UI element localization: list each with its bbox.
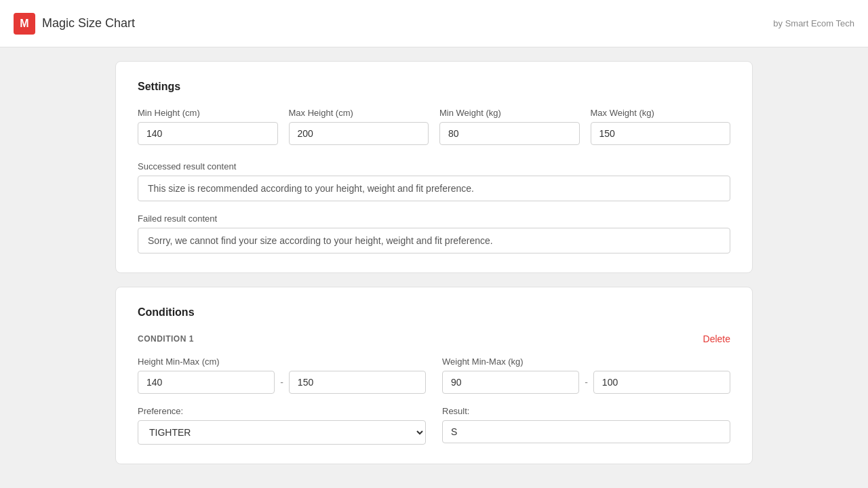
failed-label: Failed result content (138, 214, 730, 224)
failed-input[interactable] (138, 228, 730, 253)
success-label: Successed result content (138, 161, 730, 171)
result-input[interactable] (442, 420, 730, 443)
condition-range-row: Height Min-Max (cm) - Weight Min-Max (kg… (138, 357, 730, 394)
max-height-label: Max Height (cm) (289, 108, 429, 118)
success-field-group: Successed result content (138, 161, 730, 201)
preference-label: Preference: (138, 406, 426, 416)
weight-range-separator: - (585, 377, 588, 388)
weight-range-label: Weight Min-Max (kg) (442, 357, 730, 367)
height-min-input[interactable] (138, 371, 275, 394)
preference-group: Preference: TIGHTER REGULAR LOOSER (138, 406, 426, 445)
weight-min-input[interactable] (442, 371, 579, 394)
min-height-label: Min Height (cm) (138, 108, 278, 118)
min-weight-label: Min Weight (kg) (439, 108, 580, 118)
conditions-title: Conditions (138, 306, 730, 319)
header-left: M Magic Size Chart (14, 13, 135, 35)
height-range-label: Height Min-Max (cm) (138, 357, 426, 367)
settings-grid: Min Height (cm) Max Height (cm) Min Weig… (138, 108, 730, 145)
height-range-separator: - (280, 377, 283, 388)
settings-title: Settings (138, 81, 730, 93)
weight-max-input[interactable] (593, 371, 730, 394)
height-range-group: Height Min-Max (cm) - (138, 357, 426, 394)
delete-button[interactable]: Delete (703, 333, 730, 344)
height-max-input[interactable] (289, 371, 426, 394)
max-weight-label: Max Weight (kg) (591, 108, 731, 118)
min-height-input[interactable] (138, 122, 278, 145)
condition-header: CONDITION 1 Delete (138, 333, 730, 344)
success-input[interactable] (138, 176, 730, 201)
pref-result-row: Preference: TIGHTER REGULAR LOOSER Resul… (138, 406, 730, 445)
condition-label: CONDITION 1 (138, 334, 194, 344)
header-byline: by Smart Ecom Tech (773, 18, 854, 28)
result-group: Result: (442, 406, 730, 445)
weight-range-inputs: - (442, 371, 730, 394)
max-weight-group: Max Weight (kg) (591, 108, 731, 145)
max-height-group: Max Height (cm) (289, 108, 429, 145)
app-title: Magic Size Chart (42, 16, 135, 30)
min-weight-input[interactable] (439, 122, 580, 145)
min-height-group: Min Height (cm) (138, 108, 278, 145)
weight-range-group: Weight Min-Max (kg) - (442, 357, 730, 394)
max-height-input[interactable] (289, 122, 429, 145)
conditions-card: Conditions CONDITION 1 Delete Height Min… (115, 287, 753, 464)
result-label: Result: (442, 406, 730, 416)
min-weight-group: Min Weight (kg) (439, 108, 580, 145)
preference-select[interactable]: TIGHTER REGULAR LOOSER (138, 420, 426, 445)
failed-field-group: Failed result content (138, 214, 730, 253)
app-header: M Magic Size Chart by Smart Ecom Tech (0, 0, 868, 47)
settings-card: Settings Min Height (cm) Max Height (cm)… (115, 61, 753, 273)
height-range-inputs: - (138, 371, 426, 394)
max-weight-input[interactable] (591, 122, 731, 145)
app-logo: M (14, 13, 35, 35)
main-content: Settings Min Height (cm) Max Height (cm)… (0, 47, 868, 488)
